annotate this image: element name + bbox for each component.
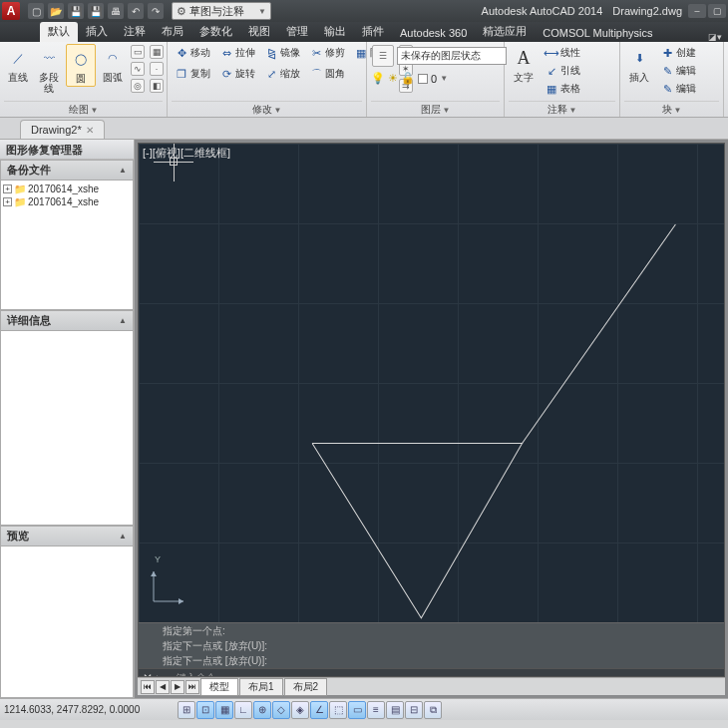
backup-section-header[interactable]: 备份文件▲ <box>0 160 134 181</box>
chevron-down-icon[interactable]: ▼ <box>274 106 282 115</box>
ellipse-button[interactable]: ◎ <box>131 79 145 93</box>
backup-tree: +📁20170614_xshe +📁20170614_xshe <box>1 181 133 210</box>
tree-item[interactable]: +📁20170614_xshe <box>3 182 131 195</box>
tab-parametric[interactable]: 参数化 <box>191 22 240 42</box>
qat-redo-icon[interactable]: ↷ <box>148 3 164 19</box>
infer-button[interactable]: ⊞ <box>178 701 195 719</box>
document-tab[interactable]: Drawing2* ✕ <box>20 120 105 139</box>
grid-button[interactable]: ▦ <box>215 701 233 719</box>
move-button[interactable]: ✥移动 <box>172 44 213 62</box>
layout-tabs: ⏮ ◀ ▶ ⏭ 模型 布局1 布局2 <box>138 677 725 695</box>
edit-block-button[interactable]: ✎编辑 <box>657 62 699 80</box>
mirror-button[interactable]: ⧎镜像 <box>261 44 303 62</box>
spline-button[interactable]: ∿ <box>131 62 145 76</box>
otrack-button[interactable]: ∠ <box>310 701 328 719</box>
tab-a360[interactable]: Autodesk 360 <box>392 25 475 42</box>
details-section-header[interactable]: 详细信息▲ <box>0 310 134 331</box>
tab-view[interactable]: 视图 <box>240 22 278 42</box>
layer-current-row[interactable]: 💡 ☀ 🔓 0 ▼ <box>371 72 448 85</box>
qat-saveas-icon[interactable]: 💾 <box>88 3 104 19</box>
insert-block-button[interactable]: ⬇插入 <box>624 44 654 85</box>
close-icon[interactable]: ✕ <box>143 671 153 677</box>
arc-button[interactable]: ◠圆弧 <box>99 44 127 85</box>
text-button[interactable]: A文字 <box>509 44 539 85</box>
edit-attr-button[interactable]: ✎编辑 <box>657 80 699 98</box>
point-button[interactable]: · <box>150 62 164 76</box>
collapse-icon: ▲ <box>119 532 127 541</box>
ortho-button[interactable]: ∟ <box>234 701 252 719</box>
command-history-line: 指定第一个点: <box>139 623 724 638</box>
qat-plot-icon[interactable]: 🖶 <box>108 3 124 19</box>
sc-button[interactable]: ⧉ <box>424 701 442 719</box>
tab-featured[interactable]: 精选应用 <box>475 22 535 42</box>
layer-properties-button[interactable]: ☰ <box>372 45 394 67</box>
tab-nav-first[interactable]: ⏮ <box>141 680 155 694</box>
tab-nav-next[interactable]: ▶ <box>171 680 184 694</box>
preview-section-header[interactable]: 预览▲ <box>0 526 134 546</box>
chevron-down-icon[interactable]: ▼ <box>443 106 451 115</box>
snap-button[interactable]: ⊡ <box>196 701 214 719</box>
line-button[interactable]: ／直线 <box>4 44 32 85</box>
chevron-down-icon[interactable]: ▼ <box>91 106 99 115</box>
stretch-button[interactable]: ⇔拉伸 <box>216 44 258 62</box>
ducs-button[interactable]: ⬚ <box>329 701 347 719</box>
polyline-button[interactable]: 〰多段线 <box>35 44 63 96</box>
tab-plugins[interactable]: 插件 <box>354 22 392 42</box>
region-button[interactable]: ◧ <box>150 79 164 93</box>
chevron-down-icon[interactable]: ▼ <box>569 106 577 115</box>
tab-comsol[interactable]: COMSOL Multiphysics <box>535 25 660 42</box>
layout-tab-1[interactable]: 布局1 <box>239 678 283 696</box>
tree-item[interactable]: +📁20170614_xshe <box>3 195 131 208</box>
qat-new-icon[interactable]: ▢ <box>28 3 44 19</box>
chevron-down-icon[interactable]: ▼ <box>674 106 682 115</box>
table-button[interactable]: ▦表格 <box>542 80 583 98</box>
stretch-icon: ⇔ <box>219 46 233 60</box>
tab-layout[interactable]: 布局 <box>154 22 191 42</box>
create-block-button[interactable]: ✚创建 <box>657 44 699 62</box>
minimize-button[interactable]: – <box>688 4 706 18</box>
rotate-button[interactable]: ⟳旋转 <box>216 65 258 83</box>
qat-undo-icon[interactable]: ↶ <box>128 3 144 19</box>
trim-button[interactable]: ✂修剪 <box>306 44 348 62</box>
tab-insert[interactable]: 插入 <box>78 22 116 42</box>
tab-annotate[interactable]: 注释 <box>116 22 154 42</box>
fillet-button[interactable]: ⌒圆角 <box>306 65 348 83</box>
drawing-canvas[interactable]: [-][俯视][二维线框] Y 指定第一个点: 指定下一点或 [放弃(U)]: … <box>138 143 725 677</box>
copy-button[interactable]: ❐复制 <box>172 65 213 83</box>
dyn-button[interactable]: ▭ <box>348 701 366 719</box>
tab-manage[interactable]: 管理 <box>278 22 316 42</box>
layer-state-dropdown[interactable]: 未保存的图层状态 <box>397 47 507 65</box>
command-input[interactable]: ✕ ▷_ 键入命令 <box>139 668 724 677</box>
scale-button[interactable]: ⤢缩放 <box>261 65 303 83</box>
leader-button[interactable]: ↙引线 <box>542 62 583 80</box>
array-icon: ▦ <box>354 46 368 60</box>
trim-icon: ✂ <box>309 46 323 60</box>
qp-button[interactable]: ⊟ <box>405 701 423 719</box>
3dosnap-button[interactable]: ◈ <box>291 701 309 719</box>
expand-icon[interactable]: + <box>3 197 12 206</box>
osnap-button[interactable]: ◇ <box>272 701 290 719</box>
command-window[interactable]: 指定第一个点: 指定下一点或 [放弃(U)]: 指定下一点或 [放弃(U)]: … <box>139 622 724 676</box>
lwt-button[interactable]: ≡ <box>367 701 385 719</box>
tpy-button[interactable]: ▤ <box>386 701 404 719</box>
close-icon[interactable]: ✕ <box>86 125 94 136</box>
circle-button[interactable]: ◯圆 <box>66 44 96 87</box>
polar-button[interactable]: ⊕ <box>253 701 271 719</box>
tab-nav-last[interactable]: ⏭ <box>185 680 199 694</box>
rect-button[interactable]: ▭ <box>131 45 145 59</box>
app-logo[interactable]: A <box>2 2 20 20</box>
layout-tab-model[interactable]: 模型 <box>200 678 238 696</box>
qat-open-icon[interactable]: 📂 <box>48 3 64 19</box>
qat-save-icon[interactable]: 💾 <box>68 3 84 19</box>
layout-tab-2[interactable]: 布局2 <box>284 678 328 696</box>
tab-nav-prev[interactable]: ◀ <box>156 680 170 694</box>
tab-default[interactable]: 默认 <box>40 22 78 42</box>
maximize-button[interactable]: ▢ <box>708 4 726 18</box>
expand-icon[interactable]: + <box>3 184 12 193</box>
rotate-icon: ⟳ <box>219 67 233 81</box>
linear-dim-button[interactable]: ⟷线性 <box>542 44 583 62</box>
ribbon-expand-icon[interactable]: ◪▾ <box>708 32 722 42</box>
hatch-button[interactable]: ▦ <box>150 45 164 59</box>
tab-output[interactable]: 输出 <box>316 22 354 42</box>
workspace-dropdown[interactable]: ⚙ 草图与注释 ▼ <box>172 2 271 20</box>
